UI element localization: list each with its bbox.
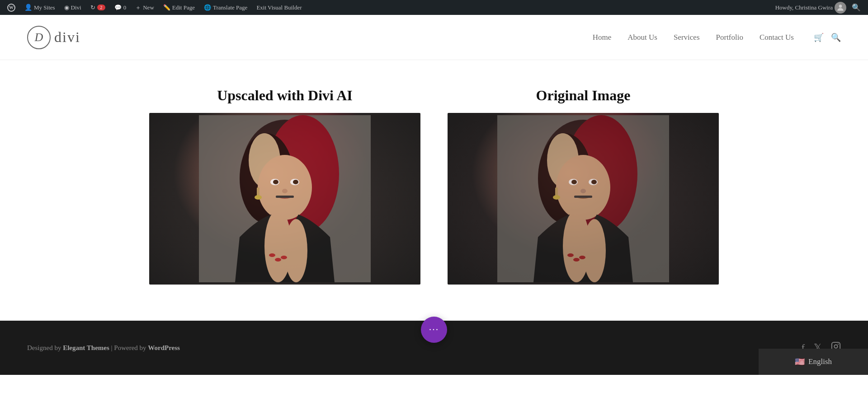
divi-button[interactable]: ◉ Divi bbox=[61, 0, 85, 15]
new-button[interactable]: ＋ New bbox=[132, 0, 158, 15]
svg-point-17 bbox=[269, 253, 275, 257]
person-sites-icon: 👤 bbox=[24, 4, 32, 11]
comments-icon: 💬 bbox=[114, 4, 122, 11]
logo-icon: D bbox=[27, 26, 51, 49]
svg-point-36 bbox=[567, 253, 574, 257]
svg-point-35 bbox=[583, 219, 606, 282]
svg-point-32 bbox=[553, 195, 560, 200]
my-sites-button[interactable]: 👤 My Sites bbox=[21, 0, 59, 15]
avatar[interactable] bbox=[835, 2, 846, 14]
nav-contact-us[interactable]: Contact Us bbox=[760, 33, 794, 42]
language-selector[interactable]: 🇺🇸 English bbox=[759, 349, 868, 375]
svg-point-13 bbox=[255, 195, 262, 200]
svg-point-6 bbox=[258, 155, 312, 220]
wp-logo-button[interactable]: W bbox=[4, 0, 19, 15]
site-logo[interactable]: D divi bbox=[27, 26, 80, 49]
original-image-content bbox=[448, 113, 719, 285]
translate-page-button[interactable]: 🌐 Translate Page bbox=[200, 0, 251, 15]
edit-icon: ✏️ bbox=[163, 4, 170, 11]
updates-button[interactable]: ↻ 2 bbox=[87, 0, 109, 15]
wordpress-icon: W bbox=[7, 4, 15, 12]
main-nav: Home About Us Services Portfolio Contact… bbox=[593, 33, 841, 42]
updates-count: 2 bbox=[97, 5, 105, 10]
nav-portfolio[interactable]: Portfolio bbox=[716, 33, 743, 42]
svg-point-9 bbox=[273, 180, 278, 184]
comments-button[interactable]: 💬 0 bbox=[111, 0, 130, 15]
upscaled-column: Upscaled with Divi AI bbox=[149, 87, 420, 285]
images-comparison-row: Upscaled with Divi AI bbox=[45, 87, 823, 285]
logo-text: divi bbox=[54, 29, 80, 46]
svg-point-18 bbox=[275, 258, 281, 262]
floating-action-button[interactable]: ··· bbox=[421, 317, 447, 343]
nav-home[interactable]: Home bbox=[593, 33, 612, 42]
divi-icon: ◉ bbox=[64, 4, 69, 11]
plus-icon: ＋ bbox=[135, 4, 141, 12]
original-image bbox=[448, 113, 719, 285]
main-content: Upscaled with Divi AI bbox=[0, 60, 868, 321]
svg-rect-14 bbox=[276, 196, 294, 198]
footer-credit: Designed by Elegant Themes | Powered by … bbox=[27, 344, 180, 352]
edit-page-button[interactable]: ✏️ Edit Page bbox=[160, 0, 198, 15]
wordpress-link[interactable]: WordPress bbox=[148, 344, 180, 351]
original-title: Original Image bbox=[536, 87, 631, 104]
language-label: English bbox=[808, 357, 832, 366]
elegant-themes-link[interactable]: Elegant Themes bbox=[63, 344, 109, 351]
svg-point-16 bbox=[285, 219, 307, 282]
svg-point-29 bbox=[591, 180, 597, 184]
svg-point-25 bbox=[556, 155, 610, 220]
upscaled-image-content bbox=[149, 113, 420, 285]
svg-rect-33 bbox=[574, 196, 592, 198]
admin-bar: W 👤 My Sites ◉ Divi ↻ 2 💬 0 ＋ New ✏️ Edi… bbox=[0, 0, 868, 15]
cart-icon[interactable]: 🛒 bbox=[814, 33, 824, 42]
svg-point-28 bbox=[571, 180, 577, 184]
nav-icons: 🛒 🔍 bbox=[814, 33, 841, 42]
svg-point-19 bbox=[281, 256, 287, 259]
updates-icon: ↻ bbox=[90, 4, 95, 11]
site-header: D divi Home About Us Services Portfolio … bbox=[0, 15, 868, 60]
svg-point-30 bbox=[580, 189, 586, 193]
svg-point-41 bbox=[838, 344, 839, 345]
admin-right: Howdy, Christina Gwira 🔍 bbox=[775, 2, 864, 14]
svg-point-11 bbox=[282, 189, 288, 193]
search-icon[interactable]: 🔍 bbox=[848, 3, 864, 12]
upscaled-image bbox=[149, 113, 420, 285]
svg-point-38 bbox=[579, 256, 585, 259]
svg-point-40 bbox=[834, 345, 837, 348]
nav-about-us[interactable]: About Us bbox=[627, 33, 657, 42]
svg-point-0 bbox=[839, 5, 842, 8]
nav-services[interactable]: Services bbox=[674, 33, 700, 42]
svg-point-10 bbox=[293, 180, 298, 184]
svg-point-37 bbox=[573, 258, 580, 262]
us-flag-icon: 🇺🇸 bbox=[795, 357, 805, 367]
upscaled-title: Upscaled with Divi AI bbox=[217, 87, 353, 104]
original-column: Original Image bbox=[448, 87, 719, 285]
search-nav-icon[interactable]: 🔍 bbox=[831, 33, 841, 42]
translate-icon: 🌐 bbox=[204, 4, 211, 11]
exit-builder-button[interactable]: Exit Visual Builder bbox=[253, 0, 305, 15]
